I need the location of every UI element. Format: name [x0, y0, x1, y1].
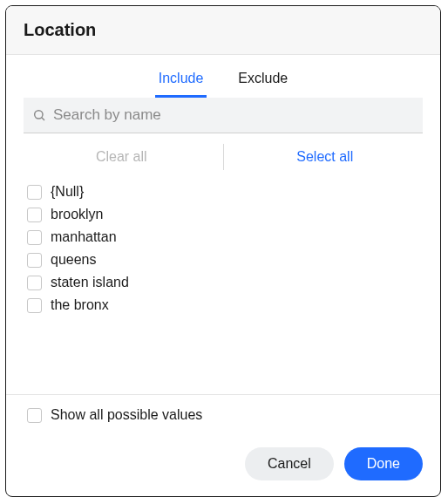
item-checkbox[interactable] [27, 208, 42, 222]
tab-include[interactable]: Include [155, 65, 207, 98]
clear-all-button[interactable]: Clear all [24, 144, 220, 170]
done-button[interactable]: Done [344, 447, 423, 480]
list-item: brooklyn [24, 203, 423, 226]
include-exclude-tabs: Include Exclude [6, 55, 440, 98]
bulk-actions: Clear all Select all [6, 133, 440, 177]
bulk-divider [223, 144, 224, 170]
location-list: {Null} brooklyn manhattan queens staten … [6, 177, 440, 394]
dialog-footer: Cancel Done [6, 435, 440, 496]
dialog-header: Location [6, 6, 440, 55]
search-input[interactable] [53, 106, 414, 124]
item-label: brooklyn [51, 207, 103, 222]
item-label: {Null} [51, 184, 84, 200]
cancel-button[interactable]: Cancel [245, 447, 334, 480]
svg-line-1 [42, 118, 44, 120]
item-label: staten island [51, 275, 129, 290]
item-label: queens [51, 252, 97, 268]
show-all-label: Show all possible values [51, 407, 202, 423]
search-container [6, 98, 440, 133]
dialog-title: Location [24, 20, 423, 40]
list-item: {Null} [24, 180, 423, 203]
show-all-section: Show all possible values [6, 394, 440, 435]
show-all-row: Show all possible values [27, 407, 419, 423]
list-item: staten island [24, 271, 423, 294]
select-all-button[interactable]: Select all [227, 144, 424, 170]
svg-point-0 [35, 111, 43, 119]
list-item: the bronx [24, 294, 423, 317]
show-all-checkbox[interactable] [27, 408, 42, 423]
location-filter-dialog: Location Include Exclude Clear all Selec… [5, 5, 441, 497]
item-checkbox[interactable] [27, 253, 42, 268]
item-label: manhattan [51, 229, 117, 245]
search-field [24, 98, 423, 133]
tab-exclude[interactable]: Exclude [234, 65, 291, 98]
item-checkbox[interactable] [27, 298, 42, 313]
list-item: manhattan [24, 226, 423, 249]
item-checkbox[interactable] [27, 230, 42, 245]
search-icon [32, 108, 46, 122]
item-label: the bronx [51, 297, 109, 313]
item-checkbox[interactable] [27, 276, 42, 290]
item-checkbox[interactable] [27, 185, 42, 200]
list-item: queens [24, 249, 423, 271]
